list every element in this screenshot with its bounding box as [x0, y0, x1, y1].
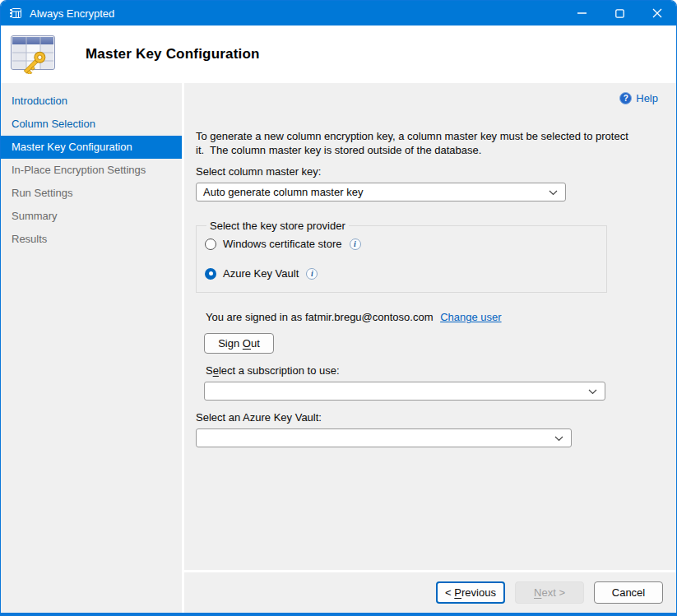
subscription-label: Select a subscription to use: — [206, 364, 658, 377]
label-segment: S — [206, 364, 213, 377]
azure-key-vault-label: Azure Key Vault — [223, 267, 299, 280]
wizard-steps-sidebar: Introduction Column Selection Master Key… — [1, 83, 184, 613]
chevron-down-icon — [588, 389, 597, 395]
table-key-icon — [9, 7, 22, 20]
windows-certificate-store-label: Windows certificate store — [223, 238, 342, 250]
label-segment: lect a subscription to use: — [219, 364, 340, 377]
sidebar-item-master-key-configuration[interactable]: Master Key Configuration — [1, 136, 182, 159]
sidebar-item-column-selection[interactable]: Column Selection — [1, 113, 182, 136]
azure-key-vault-radio[interactable] — [205, 268, 216, 280]
wizard-footer: < Previous Next > Cancel — [184, 570, 676, 613]
chevron-down-icon — [554, 436, 563, 442]
help-row: Help — [196, 91, 658, 105]
azure-key-vault-dropdown[interactable] — [196, 428, 572, 447]
maximize-icon — [615, 9, 624, 18]
windows-certificate-store-radio[interactable] — [205, 239, 216, 250]
sidebar-item-introduction[interactable]: Introduction — [1, 90, 182, 113]
subscription-dropdown[interactable] — [204, 382, 605, 401]
chevron-down-icon — [549, 190, 558, 196]
window-title: Always Encrypted — [30, 7, 114, 20]
label-segment: N — [534, 586, 541, 599]
label-segment: e — [213, 364, 219, 377]
help-link[interactable]: Help — [619, 91, 658, 105]
main-panel: Help To generate a new column encryption… — [184, 83, 676, 570]
minimize-button[interactable] — [563, 1, 600, 25]
column-master-key-label: Select column master key: — [196, 165, 658, 178]
label-segment: O — [243, 337, 251, 350]
signed-in-text: You are signed in as fatmir.bregu@contos… — [206, 311, 434, 323]
sidebar-item-summary: Summary — [1, 205, 182, 228]
label-segment: < — [445, 586, 454, 599]
column-master-key-dropdown[interactable]: Auto generate column master key — [196, 183, 566, 201]
sidebar-item-in-place-encryption-settings: In-Place Encryption Settings — [1, 159, 182, 182]
key-store-provider-group: Select the key store provider Windows ce… — [196, 220, 607, 293]
help-label: Help — [636, 92, 658, 104]
azure-key-vault-option: Azure Key Vault — [205, 267, 598, 280]
windows-certificate-store-option: Windows certificate store — [205, 238, 598, 250]
table-key-icon — [10, 35, 61, 74]
label-segment: Sign — [218, 337, 243, 350]
wizard-header: Master Key Configuration — [1, 25, 676, 83]
label-segment: revious — [461, 586, 496, 599]
cancel-button[interactable]: Cancel — [594, 581, 663, 604]
azure-key-vault-select-label: Select an Azure Key Vault: — [196, 411, 658, 424]
label-segment: ut — [251, 337, 260, 350]
column-master-key-value: Auto generate column master key — [203, 186, 363, 198]
next-button[interactable]: Next > — [515, 581, 584, 604]
info-circle-icon[interactable] — [350, 239, 361, 250]
sign-out-button[interactable]: Sign Out — [204, 333, 274, 354]
wizard-body: Introduction Column Selection Master Key… — [1, 83, 676, 613]
label-segment: ext > — [541, 586, 565, 599]
previous-button[interactable]: < Previous — [436, 581, 505, 604]
help-question-icon — [619, 92, 632, 104]
description-text: To generate a new column encryption key,… — [196, 130, 640, 157]
info-circle-icon[interactable] — [306, 268, 318, 280]
minimize-icon — [577, 12, 587, 14]
right-column: Help To generate a new column encryption… — [184, 83, 676, 613]
maximize-button[interactable] — [600, 1, 638, 25]
always-encrypted-wizard-window: Always Encrypted — [0, 0, 677, 616]
window-controls — [563, 1, 676, 25]
label-segment: P — [454, 586, 461, 599]
titlebar: Always Encrypted — [1, 1, 676, 25]
key-store-provider-legend: Select the key store provider — [206, 220, 349, 232]
close-button[interactable] — [638, 1, 676, 25]
sidebar-item-run-settings: Run Settings — [1, 182, 182, 205]
page-title: Master Key Configuration — [86, 46, 260, 63]
close-icon — [652, 8, 662, 18]
signed-in-row: You are signed in as fatmir.bregu@contos… — [206, 311, 658, 323]
sidebar-item-results: Results — [1, 228, 182, 251]
change-user-link[interactable]: Change user — [440, 311, 501, 323]
